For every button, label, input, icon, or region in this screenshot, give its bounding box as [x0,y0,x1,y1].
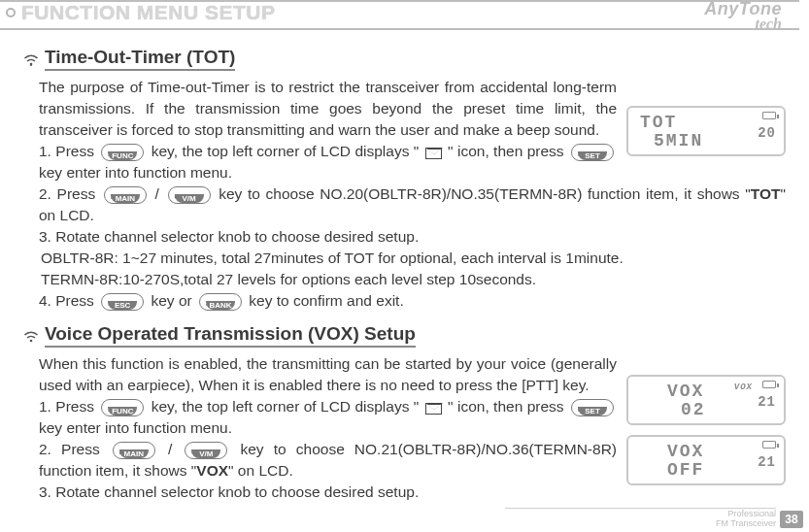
tot-step3a: OBLTR-8R: 1~27 minutes, total 27minutes … [41,248,786,269]
section-title-vox: Voice Operated Transmission (VOX) Setup [45,323,416,348]
lcd-menu-number: 21 [758,451,776,473]
lcd-menu-number: 21 [758,391,776,413]
svg-point-1 [30,339,33,342]
key-main: BMAIN [113,442,155,459]
key-8set: 8SET [571,399,614,416]
lcd-display-tot: 20 TOT 5MIN [626,106,786,156]
header-divider [0,28,799,30]
page-footer: Professional FM Transceiver 38 [716,509,803,528]
key-hash-bank: #BANK [199,293,242,311]
key-esc: DESC [101,293,144,311]
mail-icon [425,403,442,415]
signal-icon [23,329,39,343]
lcd-display-vox-on: VOX 21 VOX 02 [626,375,786,425]
tot-keyword: TOT [751,185,781,202]
lcd-menu-number: 20 [758,122,776,144]
key-main: BMAIN [104,186,147,204]
header-bullet-icon [6,8,16,17]
key-8set: 8SET [571,144,614,161]
page-title: FUNCTION MENU SETUP [21,1,276,24]
page-header: FUNCTION MENU SETUP AnyTone tech [0,0,799,33]
tot-step4: 4. Press DESC key or #BANK key to confir… [39,290,786,312]
page-number: 38 [780,511,803,528]
vox-keyword: VOX [196,462,228,479]
battery-icon [762,381,776,388]
battery-icon [762,441,776,449]
key-func: AFUNC [101,144,144,161]
key-vm: CV/M [185,442,227,459]
battery-icon [762,112,776,119]
tot-step3b: TERMN-8R:10-270S,total 27 levels for opt… [41,269,786,290]
section-header-tot: Time-Out-Timer (TOT) [23,47,786,71]
lcd-line1: TOT [640,114,776,131]
section-title-tot: Time-Out-Timer (TOT) [45,47,235,71]
key-vm: CV/M [168,186,211,204]
lcd-stack-vox: VOX 21 VOX 02 21 VOX OFF [626,375,786,485]
signal-icon [23,52,39,66]
tot-step2: 2. Press BMAIN / CV/M key to choose NO.2… [39,183,786,226]
mail-icon [425,148,442,159]
lcd-display-vox-off: 21 VOX OFF [626,435,786,485]
section-header-vox: Voice Operated Transmission (VOX) Setup [23,323,786,348]
lcd-vox-tag: VOX [734,377,753,398]
footer-text: Professional FM Transceiver [716,509,776,528]
key-func: AFUNC [101,399,144,416]
tot-step3: 3. Rotate channel selector knob to choos… [39,226,786,248]
svg-point-0 [30,62,33,65]
